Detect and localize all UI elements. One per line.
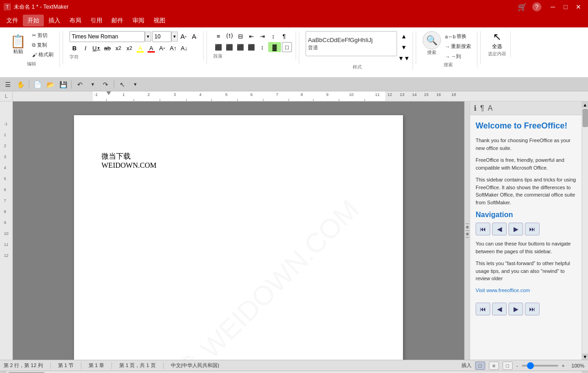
menu-mail[interactable]: 邮件 xyxy=(107,15,128,27)
sidebar-collapse[interactable] xyxy=(464,101,470,360)
font-grow-button[interactable]: A+ xyxy=(179,32,189,42)
bottom-nav-last-button[interactable]: ⏭ xyxy=(525,303,540,315)
shading-button[interactable]: ▓ xyxy=(268,42,281,52)
sidebar-scroll[interactable]: Welcome to FreeOffice! Thank you for cho… xyxy=(470,115,582,360)
multilevel-button[interactable]: ⊟ xyxy=(235,31,245,41)
cursor-arrow-button[interactable]: ▼ xyxy=(129,79,141,91)
strikethrough-button[interactable]: ab xyxy=(102,43,112,53)
grow-button[interactable]: A↑ xyxy=(168,43,178,53)
styles-down-button[interactable]: ▼ xyxy=(399,42,409,52)
vertical-scrollbar[interactable]: ▲ ▼ xyxy=(582,101,588,360)
underline-button[interactable]: U ▼ xyxy=(91,43,101,53)
hand-tool-button[interactable]: ✋ xyxy=(15,79,26,91)
search-button[interactable]: 🔍 xyxy=(423,31,441,49)
view-outline-button[interactable]: ≡ xyxy=(489,362,499,370)
close-button[interactable]: ✕ xyxy=(572,1,584,13)
align-center-button[interactable]: ⬛ xyxy=(224,42,234,52)
zoom-slider[interactable] xyxy=(522,365,558,367)
maximize-button[interactable]: □ xyxy=(560,1,572,13)
h-scroll-track[interactable] xyxy=(6,371,582,373)
cut-button[interactable]: ✂ 剪切 xyxy=(30,31,56,40)
page-content[interactable]: 微当下载 WEIDOWN.COM xyxy=(101,152,376,186)
redo-button[interactable]: ↷ xyxy=(100,79,111,91)
justify-button[interactable]: ⬛ xyxy=(246,42,256,52)
increase-indent-button[interactable]: ⇥ xyxy=(257,31,267,41)
horizontal-scrollbar[interactable]: ◀ ▶ xyxy=(0,371,588,373)
styles-expand-button[interactable]: ▼▼ xyxy=(399,53,409,63)
menu-toggle-button[interactable]: ☰ xyxy=(2,79,14,91)
menu-references[interactable]: 引用 xyxy=(86,15,107,27)
nav-last-button[interactable]: ⏭ xyxy=(525,223,540,235)
font-size-arrow[interactable]: ▼ xyxy=(171,32,178,42)
styles-preview[interactable]: AaBbCcDdEeFfGgHhIiJj 普通 xyxy=(306,31,397,56)
bottom-nav-prev-button[interactable]: ◀ xyxy=(492,303,507,315)
info-icon[interactable]: ℹ xyxy=(474,104,477,112)
menu-view[interactable]: 视图 xyxy=(149,15,170,27)
show-hide-button[interactable]: ¶ xyxy=(279,31,289,41)
font-controls: ▼ ▼ A+ A- B I U ▼ ab x2 x2 xyxy=(69,31,200,53)
align-right-button[interactable]: ⬛ xyxy=(235,42,245,52)
scroll-left-button[interactable]: ◀ xyxy=(0,371,6,373)
styles-up-button[interactable]: ▲ xyxy=(399,31,409,41)
menu-home[interactable]: 开始 xyxy=(23,15,44,27)
font-name-input[interactable] xyxy=(69,31,145,42)
save-file-button[interactable]: 💾 xyxy=(57,79,69,91)
re-search-button[interactable]: → 重新搜索 xyxy=(443,42,473,51)
format-painter-button[interactable]: 🖌 格式刷 xyxy=(30,50,56,59)
shrink-button[interactable]: A↓ xyxy=(179,43,189,53)
bold-button[interactable]: B xyxy=(69,43,79,53)
menu-review[interactable]: 审阅 xyxy=(128,15,149,27)
copy-button[interactable]: ⧉ 复制 xyxy=(30,41,56,49)
search-label: 搜索 xyxy=(427,49,436,56)
view-web-button[interactable]: □ xyxy=(503,362,513,370)
font-icon[interactable]: A xyxy=(488,104,493,112)
nav-first-button[interactable]: ⏮ xyxy=(476,223,490,235)
highlight-button[interactable]: A xyxy=(135,43,145,53)
font-name-arrow[interactable]: ▼ xyxy=(145,32,151,42)
zoom-plus[interactable]: + xyxy=(562,363,565,368)
subscript-button[interactable]: x2 xyxy=(113,43,123,53)
visit-link[interactable]: Visit www.freeoffice.com xyxy=(476,287,576,293)
menu-layout[interactable]: 布局 xyxy=(65,15,86,27)
language-info: 中文(中华人民共和国) xyxy=(171,362,219,369)
border-button[interactable]: □ xyxy=(282,42,292,52)
superscript-button[interactable]: x2 xyxy=(124,43,134,53)
scroll-right-button[interactable]: ▶ xyxy=(582,371,588,373)
paragraph-icon[interactable]: ¶ xyxy=(480,104,484,112)
scroll-up-button[interactable]: ▲ xyxy=(582,101,588,108)
clear-format-button[interactable]: A× xyxy=(157,43,167,53)
menu-insert[interactable]: 插入 xyxy=(44,15,65,27)
decrease-indent-button[interactable]: ⇤ xyxy=(246,31,256,41)
undo-button[interactable]: ↶ xyxy=(74,79,86,91)
menu-file[interactable]: 文件 xyxy=(2,15,23,27)
open-file-button[interactable]: 📂 xyxy=(44,79,56,91)
bullets-button[interactable]: ≡ xyxy=(213,31,223,41)
scroll-track[interactable] xyxy=(582,108,588,353)
cursor-tool-button[interactable]: ↖ xyxy=(117,79,128,91)
sort-button[interactable]: ↕ xyxy=(268,31,278,41)
scroll-thumb[interactable] xyxy=(583,109,588,127)
select-all-icon[interactable]: ↖ xyxy=(493,31,501,43)
goto-button[interactable]: → →到 xyxy=(443,52,473,61)
new-file-button[interactable]: 📄 xyxy=(32,79,43,91)
nav-next-button[interactable]: ▶ xyxy=(509,223,523,235)
scroll-down-button[interactable]: ▼ xyxy=(582,353,588,360)
minimize-button[interactable]: ─ xyxy=(547,1,559,13)
italic-button[interactable]: I xyxy=(80,43,90,53)
bottom-nav-next-button[interactable]: ▶ xyxy=(509,303,523,315)
font-color-button[interactable]: A xyxy=(146,43,156,53)
align-left-button[interactable]: ⬛ xyxy=(213,42,223,52)
undo-arrow-button[interactable]: ▼ xyxy=(87,79,99,91)
view-normal-button[interactable]: □ xyxy=(475,362,485,370)
zoom-minus[interactable]: - xyxy=(516,363,518,368)
line-spacing-button[interactable]: ↕ xyxy=(257,42,267,52)
replace-button[interactable]: a↔b 替换 xyxy=(443,32,473,41)
help-icon[interactable]: ? xyxy=(532,2,541,11)
nav-prev-button[interactable]: ◀ xyxy=(492,223,507,235)
store-icon[interactable]: 🛒 xyxy=(518,3,527,11)
paste-button[interactable]: 📋 粘贴 xyxy=(7,33,29,57)
font-shrink-button[interactable]: A- xyxy=(190,32,200,42)
numbering-button[interactable]: ⑴ xyxy=(224,31,234,41)
font-size-input[interactable] xyxy=(152,31,171,42)
bottom-nav-first-button[interactable]: ⏮ xyxy=(476,303,490,315)
